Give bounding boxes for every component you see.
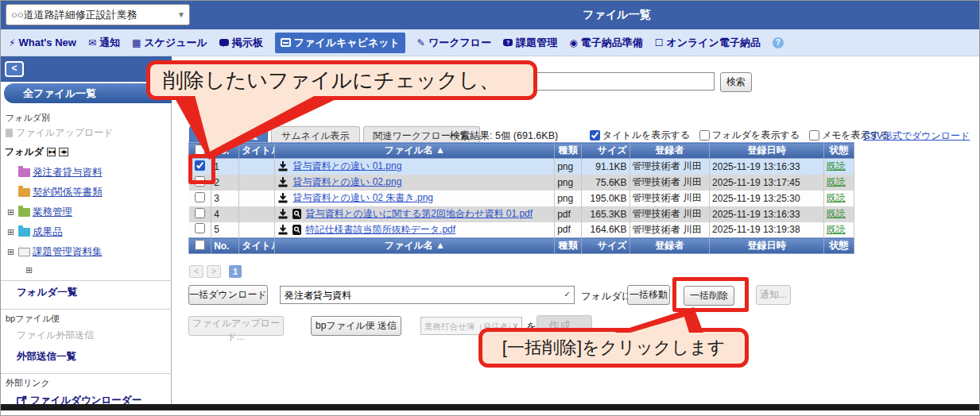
col-title[interactable]: タイトル <box>239 238 275 254</box>
row-checkbox[interactable] <box>195 192 205 202</box>
col-filename[interactable]: ファイル名 ▲ <box>275 238 555 254</box>
download-icon[interactable] <box>277 161 289 171</box>
nav-item-online[interactable]: ☐オンライン電子納品 <box>655 36 761 50</box>
status-link[interactable]: 既読 <box>827 224 846 235</box>
file-table: No. タイトル ファイル名 ▲ 種類 サイズ 登録者 登録日時 状態 1貸与資… <box>188 142 854 254</box>
annotation-callout-check-files: 削除したいファイルにチェックし、 <box>146 60 537 100</box>
table-row: 3貸与資料との違い 02 朱書き.pngpng195.0KB管理技術者 川田20… <box>189 191 854 206</box>
status-link[interactable]: 既読 <box>827 160 846 171</box>
row-checkbox[interactable] <box>195 223 205 233</box>
display-toggle[interactable]: タイトルを表示する <box>590 129 690 142</box>
col-type[interactable]: 種類 <box>555 238 582 254</box>
table-row: 5特記仕様書該当箇所抜粋データ.pdfpdf164.6KB管理技術者 川田202… <box>189 222 854 238</box>
folder-link[interactable]: 成果品 <box>33 225 63 239</box>
col-registrant[interactable]: 登録者 <box>629 143 709 159</box>
table-footer-header-row: No. タイトル ファイル名 ▲ 種類 サイズ 登録者 登録日時 状態 <box>189 238 854 254</box>
nav-item-board[interactable]: 掲示板 <box>219 36 263 50</box>
add-folder-icon[interactable]: ⊞ <box>25 265 33 275</box>
page-number[interactable]: 1 <box>229 265 242 278</box>
file-link[interactable]: 貸与資料との違いに関する第2回地合わせ資料 01.pdf <box>305 207 533 221</box>
col-title[interactable]: タイトル <box>239 143 275 159</box>
top-bar: ○○道道路詳細修正設計業務 ▼ ファイル一覧 <box>1 1 980 29</box>
bp-send-button[interactable]: bpファイル便 送信 <box>311 316 401 336</box>
tab-inactive[interactable]: サムネイル表示 <box>271 126 359 144</box>
expand-icon[interactable]: ⊞ <box>7 248 16 256</box>
bulk-delete-button[interactable]: 一括削除 <box>684 286 734 306</box>
notify-button: 通知... <box>756 285 791 305</box>
status-link[interactable]: 既読 <box>827 208 846 219</box>
prev-page-button[interactable]: < <box>189 265 203 278</box>
row-datetime: 2025-11-19 13:17:45 <box>710 175 824 191</box>
download-icon[interactable] <box>277 177 289 187</box>
pdf-preview-icon[interactable] <box>292 209 301 219</box>
folder-tree-item: ⊞成果品 <box>1 222 172 242</box>
help-icon[interactable]: ? <box>773 37 784 48</box>
download-icon[interactable] <box>277 193 289 203</box>
folder-select[interactable]: 発注者貸与資料 <box>281 287 574 303</box>
toggle-checkbox[interactable] <box>590 130 600 141</box>
folder-icon <box>18 168 30 177</box>
view-tabs: ファイル一覧サムネイル表示関連ワークフロー一覧 <box>189 126 480 144</box>
select-all-checkbox[interactable] <box>195 240 205 250</box>
file-link[interactable]: 貸与資料との違い 01.png <box>292 160 401 173</box>
row-no: 2 <box>211 175 239 191</box>
col-status[interactable]: 状態 <box>823 238 854 254</box>
expand-tree-icon[interactable]: ◀▶ <box>59 148 68 156</box>
toggle-checkbox[interactable] <box>809 130 819 141</box>
col-datetime[interactable]: 登録日時 <box>710 238 824 254</box>
nav-item-delivery[interactable]: ◉電子納品準備 <box>569 36 642 50</box>
folder-row: フォルダ ▶◀ ◀▶ <box>1 145 172 159</box>
col-status[interactable]: 状態 <box>823 143 854 159</box>
col-registrant[interactable]: 登録者 <box>629 238 709 254</box>
pdf-preview-icon[interactable] <box>292 225 301 235</box>
search-button[interactable]: 検索 <box>720 72 752 92</box>
collapse-tree-icon[interactable]: ▶◀ <box>47 148 56 156</box>
status-link[interactable]: 既読 <box>827 192 846 203</box>
sidebar-collapse-button[interactable]: < <box>5 61 24 77</box>
folder-link[interactable]: 課題管理資料集 <box>33 245 103 259</box>
file-link[interactable]: 貸与資料との違い 02.png <box>292 175 401 189</box>
col-filename[interactable]: ファイル名 ▲ <box>275 143 555 159</box>
project-select[interactable]: ○○道道路詳細修正設計業務 <box>6 5 189 25</box>
toggle-checkbox[interactable] <box>699 130 710 141</box>
col-no[interactable]: No. <box>211 143 239 159</box>
row-registrant: 管理技術者 川田 <box>629 206 709 222</box>
nav-item-mail[interactable]: ✉通知 <box>88 36 120 50</box>
folder-link[interactable]: 発注者貸与資料 <box>33 166 103 179</box>
row-checkbox[interactable] <box>195 160 205 171</box>
nav-item-workflow[interactable]: ✎ワークフロー <box>417 36 491 50</box>
nav-item-qa[interactable]: ?課題管理 <box>503 36 557 50</box>
status-link[interactable]: 既読 <box>827 176 846 187</box>
col-size[interactable]: サイズ <box>582 143 629 159</box>
csv-download-link[interactable]: CSV形式でダウンロード <box>863 129 970 143</box>
row-type: pdf <box>555 222 582 238</box>
sidebar-item-folder-list[interactable]: フォルダ一覧 <box>1 281 172 303</box>
col-no[interactable]: No. <box>211 238 239 254</box>
bulk-move-button[interactable]: 一括移動 <box>627 285 670 305</box>
expand-icon[interactable]: ⊞ <box>7 208 16 217</box>
folder-link[interactable]: 契約関係等書類 <box>33 186 103 199</box>
sidebar-item-external-send-list[interactable]: 外部送信一覧 <box>1 345 172 368</box>
row-datetime: 2025-11-19 13:16:33 <box>710 206 824 222</box>
col-size[interactable]: サイズ <box>582 238 629 254</box>
file-link[interactable]: 特記仕様書該当箇所抜粋データ.pdf <box>305 223 455 237</box>
download-icon[interactable] <box>277 225 289 235</box>
folder-link[interactable]: 業務管理 <box>33 206 72 219</box>
tab-active[interactable]: ファイル一覧 <box>189 126 268 144</box>
download-icon[interactable] <box>277 209 289 219</box>
expand-icon[interactable]: ⊞ <box>7 228 16 237</box>
row-checkbox[interactable] <box>195 208 205 218</box>
col-datetime[interactable]: 登録日時 <box>710 143 824 159</box>
col-type[interactable]: 種類 <box>555 143 582 159</box>
next-page-button[interactable]: > <box>207 265 221 278</box>
display-toggle[interactable]: フォルダを表示する <box>699 129 800 142</box>
row-size: 164.6KB <box>582 222 629 238</box>
bulk-download-button[interactable]: 一括ダウンロード <box>188 285 268 305</box>
row-checkbox[interactable] <box>195 176 205 187</box>
nav-item-cabinet[interactable]: ファイルキャビネット <box>275 33 405 53</box>
select-all-checkbox[interactable] <box>195 144 205 155</box>
nav-item-bolt[interactable]: ⚡What's New <box>9 37 76 48</box>
file-link[interactable]: 貸与資料との違い 02 朱書き.png <box>292 191 433 205</box>
toggle-label: フォルダを表示する <box>712 129 800 142</box>
nav-item-calendar[interactable]: ▦スケジュール <box>132 36 207 50</box>
